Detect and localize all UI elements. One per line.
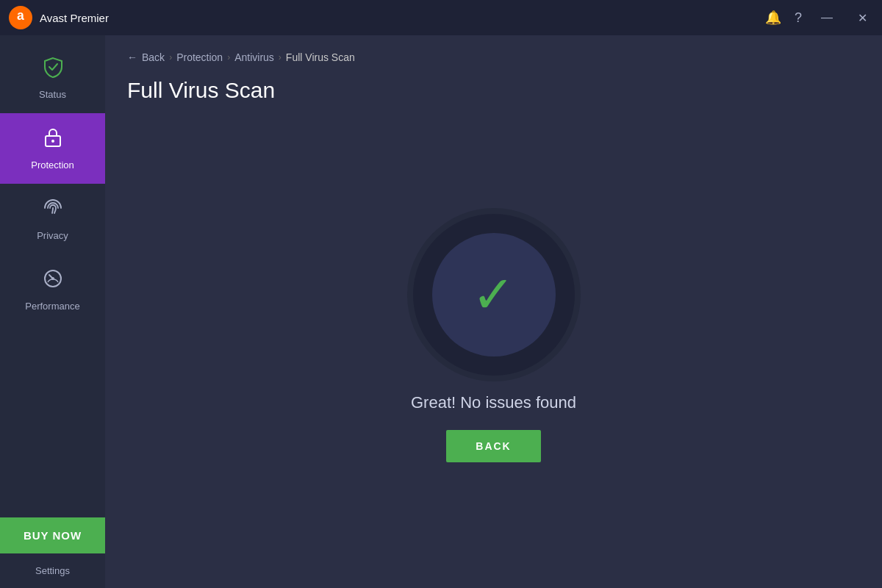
title-bar-controls: 🔔 ? — ✕ (765, 8, 873, 28)
breadcrumb-sep-1: › (169, 52, 172, 62)
sidebar-performance-label: Performance (25, 301, 79, 312)
breadcrumb-current: Full Virus Scan (286, 51, 355, 63)
help-icon[interactable]: ? (795, 10, 802, 26)
lock-icon (43, 126, 63, 154)
app-title: Avast Premier (40, 12, 109, 24)
svg-point-3 (51, 140, 54, 143)
breadcrumb-antivirus[interactable]: Antivirus (234, 51, 274, 63)
back-label: Back (142, 51, 165, 63)
sidebar: Status Protection (0, 35, 105, 588)
breadcrumb-sep-3: › (279, 52, 282, 62)
scan-circle: ✓ (413, 214, 575, 376)
title-bar: a Avast Premier 🔔 ? — ✕ (0, 0, 882, 35)
sidebar-privacy-label: Privacy (37, 230, 68, 241)
close-button[interactable]: ✕ (852, 8, 873, 28)
back-nav[interactable]: ← Back (127, 51, 165, 63)
sidebar-item-protection[interactable]: Protection (0, 113, 105, 184)
notification-icon[interactable]: 🔔 (765, 10, 781, 26)
sidebar-item-performance[interactable]: Performance (0, 254, 105, 325)
breadcrumb-sep-2: › (227, 52, 230, 62)
sidebar-item-privacy[interactable]: Privacy (0, 184, 105, 254)
svg-text:a: a (17, 8, 24, 23)
fingerprint-icon (42, 197, 64, 224)
avast-logo-icon: a (9, 6, 32, 29)
scan-circle-inner: ✓ (432, 233, 556, 356)
main-layout: Status Protection (0, 35, 882, 588)
scan-result-text: Great! No issues found (411, 393, 576, 412)
back-button[interactable]: BACK (446, 430, 540, 462)
sidebar-item-settings[interactable]: Settings (0, 553, 105, 588)
shield-icon (42, 56, 64, 83)
back-arrow-icon: ← (127, 51, 137, 63)
scan-result-area: ✓ Great! No issues found BACK (105, 118, 882, 588)
checkmark-icon: ✓ (472, 269, 515, 320)
speedometer-icon (42, 268, 64, 295)
title-bar-left: a Avast Premier (9, 6, 109, 29)
breadcrumb: ← Back › Protection › Antivirus › Full V… (105, 35, 882, 71)
minimize-button[interactable]: — (815, 8, 839, 27)
sidebar-item-status[interactable]: Status (0, 43, 105, 113)
breadcrumb-protection[interactable]: Protection (176, 51, 223, 63)
content-area: ← Back › Protection › Antivirus › Full V… (105, 35, 882, 588)
sidebar-protection-label: Protection (31, 159, 74, 171)
buy-now-button[interactable]: BUY NOW (0, 517, 105, 553)
sidebar-status-label: Status (39, 89, 66, 100)
page-title: Full Virus Scan (105, 71, 882, 118)
